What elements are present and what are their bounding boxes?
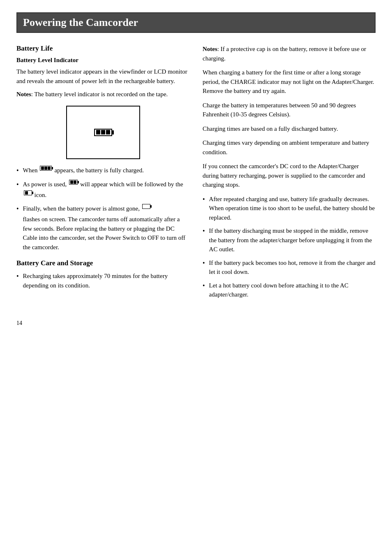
bullet-item-2: As power is used, will appear which will… — [16, 180, 189, 200]
right-bullet-1: After repeated charging and use, battery… — [203, 195, 376, 222]
battery-level-text: The battery level indicator appears in t… — [16, 67, 189, 86]
diagram-bar-1 — [96, 130, 100, 134]
right-bullet-4-text: Let a hot battery cool down before attac… — [209, 281, 376, 299]
battery-life-title: Battery Life — [16, 44, 189, 53]
right-column: Notes: If a protective cap is on the bat… — [203, 44, 376, 303]
bullet1-post: appears, the battery is fully charged. — [54, 166, 144, 175]
right-bullet-list: After repeated charging and use, battery… — [203, 195, 376, 299]
main-content: Battery Life Battery Level Indicator The… — [16, 44, 376, 303]
page-title: Powering the Camcorder — [23, 16, 138, 28]
bullet-item-1: When appears, the battery is fully charg… — [16, 166, 189, 176]
notes-label: Notes — [16, 91, 31, 97]
bullet2-pre: As power is used, — [23, 180, 67, 189]
notes-content: : The battery level indicator is not rec… — [31, 91, 168, 97]
bullet2-end: icon. — [35, 190, 47, 200]
care-bullet-1: Recharging takes approximately 70 minute… — [16, 271, 189, 290]
battery-level-indicator-title: Battery Level Indicator — [16, 57, 189, 64]
care-bullet-list: Recharging takes approximately 70 minute… — [16, 271, 189, 290]
battery-diagram — [66, 106, 140, 159]
right-para5: Charging times vary depending on ambient… — [203, 138, 376, 157]
right-notes-label: Notes — [203, 46, 217, 52]
right-para2: When charging a battery for the first ti… — [203, 68, 376, 96]
bullet2-post: will appear which will be followed by th… — [80, 180, 183, 189]
left-bullet-list: When appears, the battery is fully charg… — [16, 166, 189, 252]
page-header: Powering the Camcorder — [16, 12, 376, 33]
low-battery-icon-inline — [24, 190, 32, 195]
right-bullet-2: If the battery discharging must be stopp… — [203, 226, 376, 254]
notes-text: Notes: The battery level indicator is no… — [16, 90, 189, 99]
right-para6: If you connect the camcorder's DC cord t… — [203, 162, 376, 190]
right-para3: Charge the battery in temperatures betwe… — [203, 101, 376, 119]
right-notes-content: : If a protective cap is on the battery,… — [203, 46, 366, 62]
page-number: 14 — [16, 320, 376, 327]
bullet3-pre: Finally, when the battery power is almos… — [23, 204, 140, 213]
bullet3-post: flashes on screen. The camcorder turns o… — [23, 215, 189, 252]
right-para4: Charging times are based on a fully disc… — [203, 124, 376, 134]
battery-care-title: Battery Care and Storage — [16, 259, 189, 267]
bullet1-pre: When — [23, 166, 38, 175]
right-bullet-4: Let a hot battery cool down before attac… — [203, 281, 376, 299]
right-bullet-3-text: If the battery pack becomes too hot, rem… — [209, 258, 376, 277]
right-bullet-1-text: After repeated charging and use, battery… — [209, 195, 376, 222]
bullet-item-3: Finally, when the battery power is almos… — [16, 204, 189, 252]
right-bullet-2-text: If the battery discharging must be stopp… — [209, 226, 376, 254]
right-bullet-3: If the battery pack becomes too hot, rem… — [203, 258, 376, 277]
diagram-bar-2 — [101, 130, 105, 134]
half-battery-icon — [69, 180, 78, 185]
full-battery-icon-1 — [40, 166, 52, 171]
left-column: Battery Life Battery Level Indicator The… — [16, 44, 189, 303]
diagram-bar-3 — [106, 130, 110, 134]
diagram-battery-icon — [94, 129, 112, 136]
care-bullet-1-text: Recharging takes approximately 70 minute… — [23, 271, 189, 290]
low-battery-icon-2 — [142, 204, 150, 209]
right-notes: Notes: If a protective cap is on the bat… — [203, 44, 376, 63]
